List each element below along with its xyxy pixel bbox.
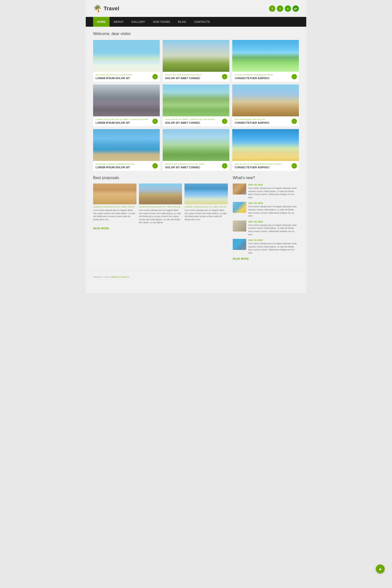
grid-item-castle: PROIN DICTUM ELEMENTUM VELIT DOLOR SIT A…: [163, 40, 229, 82]
grid-image-beach: [93, 40, 160, 72]
news-text-3: Cum sociis natoque pen et magnis diartur…: [248, 224, 299, 236]
proposal-image-3: [184, 184, 228, 204]
facebook-icon[interactable]: f: [269, 6, 276, 12]
grid-image-castle: [163, 40, 229, 72]
nav-gallery[interactable]: GALLERY: [128, 17, 149, 27]
grid-info-castle: PROIN DICTUM ELEMENTUM VELIT DOLOR SIT A…: [163, 72, 229, 82]
grid-image-eiffel: [163, 129, 229, 161]
proposal-image-1: [93, 184, 136, 204]
nav-home[interactable]: HOME: [93, 17, 110, 27]
grid-subtitle-overwater: ALIQUAM CONGUE FERMENTUM NISL: [96, 163, 157, 165]
grid-arrow-tropical[interactable]: ›: [292, 74, 297, 80]
grid-title-gothic: LOREM IPSUM DOLOR SIT: [96, 121, 157, 124]
grid-image-pyramid: [232, 84, 299, 116]
whats-new-title: What's new?: [233, 176, 299, 180]
news-image-2: [233, 202, 246, 213]
grid-item-pyramid: PELLENTESQUE SED DOLOR CONSECTETUER ADIP…: [232, 84, 299, 126]
grid-subtitle-eiffel: MAURIS ACCUMSAN NULLA VEL DIAM: [165, 163, 227, 165]
best-proposals-section: Best proposals LOREM IPSUM DOLOR SIT LRE…: [93, 176, 228, 260]
grid-title-overwater: LOREM IPSUM DOLOR SIT: [96, 166, 157, 169]
twitter-icon[interactable]: t: [277, 6, 283, 12]
logo-text: Travel: [104, 6, 119, 12]
grid-arrow-temple[interactable]: ›: [222, 118, 227, 124]
navigation: HOME ABOUT GALLERY OUR TOURS BLOG CONTAC…: [86, 17, 306, 27]
grid-info-caribbean: SED IN LACUS UT ENIM ADIPISCING ALIQUET …: [232, 161, 299, 171]
news-content-3: JULY 18, 2013 Cum sociis natoque pen et …: [248, 220, 299, 236]
privacy-policy-link[interactable]: PRIVACY POLICY: [111, 276, 129, 278]
best-proposals-title: Best proposals: [93, 176, 228, 180]
grid-title-pyramid: CONSECTETUER ADIPISCI: [235, 121, 296, 124]
grid-subtitle-pyramid: PELLENTESQUE SED DOLOR: [235, 118, 296, 120]
news-item-1: JULY 18, 2013 Cum sociis natoque pen et …: [233, 184, 299, 199]
nav-about[interactable]: ABOUT: [110, 17, 128, 27]
image-grid-row-1: VESTIBULUM IACULIS LACINIA EST LOREM IPS…: [93, 40, 299, 82]
nav-contacts[interactable]: CONTACTS: [190, 17, 214, 27]
grid-item-overwater: ALIQUAM CONGUE FERMENTUM NISL LOREM IPSU…: [93, 129, 160, 171]
grid-item-tropical: FUSCE EUISMOD CONSEQUAT ANTE CONSECTETUE…: [232, 40, 299, 82]
proposal-subtitle-1: LOREM IPSUM DOLOR SIT LREO PROTA: [93, 206, 136, 208]
best-proposals-read-more[interactable]: READ MORE: [93, 227, 109, 230]
news-content-4: JULY 18, 2013 Cum sociis natoque pen et …: [248, 239, 299, 254]
bottom-section: Best proposals LOREM IPSUM DOLOR SIT LRE…: [93, 176, 299, 260]
grid-info-overwater: ALIQUAM CONGUE FERMENTUM NISL LOREM IPSU…: [93, 161, 160, 171]
grid-info-beach: VESTIBULUM IACULIS LACINIA EST LOREM IPS…: [93, 72, 160, 82]
grid-image-temple: [163, 84, 229, 116]
grid-info-pyramid: PELLENTESQUE SED DOLOR CONSECTETUER ADIP…: [232, 116, 299, 126]
proposal-item-2: LOREM IPSUM DOLOR SIT LREO PROTA Cum soc…: [139, 184, 182, 226]
grid-item-gothic: LOREM IPSUM DOLOR SIT AMET, CONSECTETUER…: [93, 84, 160, 126]
image-grid-row-2: LOREM IPSUM DOLOR SIT AMET, CONSECTETUER…: [93, 84, 299, 126]
footer-copyright: TRAVEL © 2013 • PRIVACY POLICY: [93, 276, 129, 278]
proposals-grid: LOREM IPSUM DOLOR SIT LREO PROTA Cum soc…: [93, 184, 228, 226]
news-content-1: JULY 18, 2013 Cum sociis natoque pen et …: [248, 184, 299, 199]
welcome-heading: Welcome, dear visitor: [93, 32, 299, 36]
grid-image-tropical: [232, 40, 299, 72]
grid-info-tropical: FUSCE EUISMOD CONSEQUAT ANTE CONSECTETUE…: [232, 72, 299, 82]
grid-arrow-beach[interactable]: ›: [152, 74, 158, 80]
grid-subtitle-tropical: FUSCE EUISMOD CONSEQUAT ANTE: [235, 74, 296, 76]
googleplus-icon[interactable]: g+: [292, 6, 299, 12]
grid-image-overwater: [93, 129, 160, 161]
grid-item-eiffel: MAURIS ACCUMSAN NULLA VEL DIAM DOLOR SIT…: [163, 129, 229, 171]
grid-info-temple: SUM DOLOR SIT AMET, CONSECTETUER ADIPIS …: [163, 116, 229, 126]
proposal-subtitle-2: LOREM IPSUM DOLOR SIT LREO PROTA: [139, 206, 182, 208]
footer: TRAVEL © 2013 • PRIVACY POLICY: [86, 270, 306, 284]
news-date-2: JULY 18, 2013: [248, 202, 299, 204]
grid-title-temple: DOLOR SIT AMET CONSEC: [165, 121, 227, 124]
grid-arrow-overwater[interactable]: ›: [152, 163, 158, 168]
whats-new-read-more[interactable]: READ MORE: [233, 258, 299, 260]
vimeo-icon[interactable]: v: [285, 6, 291, 12]
proposal-item-1: LOREM IPSUM DOLOR SIT LREO PROTA Cum soc…: [93, 184, 136, 226]
grid-title-castle: DOLOR SIT AMET CONSEC: [165, 77, 227, 80]
proposal-item-3: LOREM IPSUM DOLOR SIT LREO PROTA Cum soc…: [184, 184, 228, 226]
proposal-subtitle-3: LOREM IPSUM DOLOR SIT LREO PROTA: [184, 206, 228, 208]
news-text-4: Cum sociis natoque pen et magnis diartur…: [248, 242, 299, 254]
grid-info-gothic: LOREM IPSUM DOLOR SIT AMET, CONSECTETUER…: [93, 116, 160, 126]
grid-title-tropical: CONSECTETUER ADIPISCI: [235, 77, 296, 80]
grid-info-eiffel: MAURIS ACCUMSAN NULLA VEL DIAM DOLOR SIT…: [163, 161, 229, 171]
grid-subtitle-gothic: LOREM IPSUM DOLOR SIT AMET, CONSECTETUER: [96, 118, 157, 120]
logo: 🌴 Travel: [93, 4, 119, 12]
grid-arrow-pyramid[interactable]: ›: [292, 118, 297, 124]
news-text-2: Cum sociis natoque pen et magnis diartur…: [248, 205, 299, 217]
grid-item-caribbean: SED IN LACUS UT ENIM ADIPISCING ALIQUET …: [232, 129, 299, 171]
grid-arrow-eiffel[interactable]: ›: [222, 163, 227, 168]
news-image-4: [233, 239, 246, 250]
grid-title-beach: LOREM IPSUM DOLOR SIT: [96, 77, 157, 80]
news-item-2: JULY 18, 2013 Cum sociis natoque pen et …: [233, 202, 299, 217]
proposal-desc-3: Cum sociis natoque pen et magnis diarie …: [184, 209, 228, 221]
grid-arrow-caribbean[interactable]: ›: [292, 163, 297, 168]
grid-item-beach: VESTIBULUM IACULIS LACINIA EST LOREM IPS…: [93, 40, 160, 82]
image-grid-section: VESTIBULUM IACULIS LACINIA EST LOREM IPS…: [93, 40, 299, 171]
grid-arrow-castle[interactable]: ›: [222, 74, 227, 80]
whats-new-section: What's new? JULY 18, 2013 Cum sociis nat…: [233, 176, 299, 260]
grid-title-eiffel: DOLOR SIT AMET CONSEC: [165, 166, 227, 169]
image-grid-row-3: ALIQUAM CONGUE FERMENTUM NISL LOREM IPSU…: [93, 129, 299, 171]
news-image-3: [233, 220, 246, 232]
news-image-1: [233, 184, 246, 194]
grid-arrow-gothic[interactable]: ›: [152, 118, 158, 124]
news-date-3: JULY 18, 2013: [248, 220, 299, 223]
nav-our-tours[interactable]: OUR TOURS: [149, 17, 174, 27]
nav-blog[interactable]: BLOG: [174, 17, 190, 27]
news-date-4: JULY 18, 2013: [248, 239, 299, 241]
news-item-4: JULY 18, 2013 Cum sociis natoque pen et …: [233, 239, 299, 254]
